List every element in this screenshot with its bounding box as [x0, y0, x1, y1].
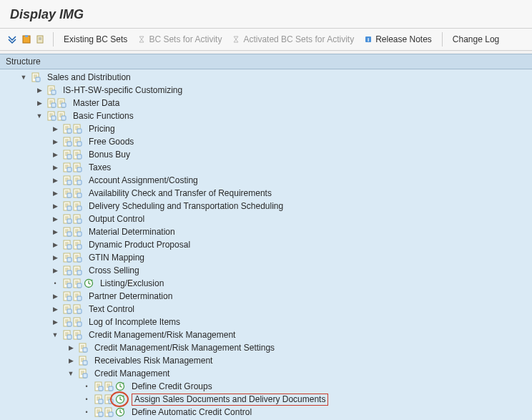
tree-row[interactable]: ▶Credit Management/Risk Management Setti… — [0, 341, 532, 354]
document-icon[interactable] — [72, 278, 82, 288]
document-icon[interactable] — [62, 124, 72, 134]
tree-row[interactable]: ▼Credit Management/Risk Management — [0, 328, 532, 341]
collapse-toggle[interactable]: ▼ — [19, 72, 29, 82]
document-icon[interactable] — [72, 137, 82, 147]
document-icon[interactable] — [104, 407, 114, 417]
bc-sets-activity-button[interactable]: BC Sets for Activity — [133, 33, 226, 46]
document-icon[interactable] — [72, 162, 82, 172]
document-icon[interactable] — [62, 240, 72, 250]
document-icon[interactable] — [104, 394, 114, 404]
document-icon[interactable] — [72, 317, 82, 327]
change-log-button[interactable]: Change Log — [448, 33, 503, 46]
tree-row[interactable]: ▶Text Control — [0, 303, 532, 316]
tree-row[interactable]: ▼Sales and Distribution — [0, 71, 532, 84]
expand-toggle[interactable]: ▶ — [66, 343, 76, 353]
activity-clock-icon[interactable] — [84, 278, 94, 288]
tree-row[interactable]: ▶Free Goods — [0, 135, 532, 148]
document-icon[interactable] — [62, 253, 72, 263]
tree-row[interactable]: ▶Bonus Buy — [0, 148, 532, 161]
node-label[interactable]: Basic Functions — [73, 111, 134, 121]
document-icon[interactable] — [78, 356, 88, 366]
expand-toggle[interactable]: ▶ — [50, 188, 60, 198]
document-icon[interactable] — [62, 214, 72, 224]
node-label[interactable]: Master Data — [73, 98, 119, 108]
document-icon[interactable] — [72, 201, 82, 211]
expand-toggle[interactable]: ▶ — [34, 85, 44, 95]
activated-bc-sets-button[interactable]: Activated BC Sets for Activity — [227, 33, 358, 46]
tree-row[interactable]: ▶Delivery Scheduling and Transportation … — [0, 200, 532, 213]
tree-row[interactable]: ▶Log of Incomplete Items — [0, 316, 532, 328]
document-icon[interactable] — [56, 111, 66, 121]
tree-row[interactable]: ▶Availability Check and Transfer of Requ… — [0, 187, 532, 200]
node-label[interactable]: Cross Selling — [89, 265, 139, 275]
collapse-toggle[interactable]: ▼ — [66, 368, 76, 379]
document-icon[interactable] — [62, 304, 72, 314]
document-icon[interactable] — [72, 253, 82, 263]
activity-clock-icon[interactable] — [115, 407, 125, 417]
document-icon[interactable] — [72, 227, 82, 237]
tree-row[interactable]: ▼Basic Functions — [0, 109, 532, 122]
document-icon[interactable] — [46, 85, 56, 95]
document-icon[interactable] — [94, 394, 104, 404]
document-icon[interactable] — [62, 330, 72, 340]
activity-clock-icon[interactable] — [115, 394, 125, 404]
expand-toggle[interactable]: ▶ — [50, 253, 60, 263]
node-label[interactable]: Credit Management/Risk Management Settin… — [94, 343, 275, 353]
node-label[interactable]: Credit Management — [94, 368, 169, 379]
node-label[interactable]: Free Goods — [89, 137, 134, 147]
tree-row[interactable]: ▶Pricing — [0, 122, 532, 135]
node-label[interactable]: Availability Check and Transfer of Requi… — [89, 188, 272, 198]
expand-toggle[interactable]: ▶ — [50, 137, 60, 147]
collapse-toggle[interactable]: ▼ — [50, 330, 60, 340]
expand-toggle[interactable]: ▶ — [50, 227, 60, 237]
document-icon[interactable] — [56, 98, 66, 108]
node-label[interactable]: IS-HT-SW-specific Customizing — [63, 85, 182, 95]
node-label[interactable]: Account Assignment/Costing — [89, 175, 198, 185]
document-icon[interactable] — [62, 150, 72, 160]
document-icon[interactable] — [62, 265, 72, 275]
tree-row[interactable]: ▶IS-HT-SW-specific Customizing — [0, 84, 532, 97]
release-notes-button[interactable]: i Release Notes — [360, 33, 436, 46]
document-icon[interactable] — [72, 188, 82, 198]
document-icon[interactable] — [94, 381, 104, 391]
node-label[interactable]: Sales and Distribution — [47, 72, 131, 82]
document-icon[interactable] — [94, 407, 104, 417]
document-icon[interactable] — [78, 343, 88, 353]
document-icon[interactable] — [72, 124, 82, 134]
expand-toggle[interactable]: ▶ — [66, 356, 76, 366]
node-label[interactable]: Output Control — [89, 214, 144, 224]
document-icon[interactable] — [46, 98, 56, 108]
expand-toggle[interactable]: ▶ — [50, 265, 60, 275]
node-label[interactable]: Listing/Exclusion — [100, 278, 164, 288]
tree-row[interactable]: ▶GTIN Mapping — [0, 251, 532, 264]
node-label[interactable]: Assign Sales Documents and Delivery Docu… — [132, 394, 328, 406]
tree-row[interactable]: ▶Receivables Risk Management — [0, 354, 532, 367]
document-icon[interactable] — [62, 278, 72, 288]
tree-row[interactable]: ▶Material Determination — [0, 225, 532, 238]
node-label[interactable]: Define Automatic Credit Control — [132, 407, 252, 417]
expand-toggle[interactable]: ▶ — [50, 150, 60, 160]
node-label[interactable]: Pricing — [89, 124, 115, 134]
document-icon[interactable] — [62, 317, 72, 327]
collapse-toggle[interactable]: ▼ — [34, 111, 44, 121]
expand-toggle[interactable]: ▶ — [50, 304, 60, 314]
expand-toggle[interactable]: ▶ — [50, 317, 60, 327]
expand-toggle[interactable]: ▶ — [34, 98, 44, 108]
node-label[interactable]: Receivables Risk Management — [94, 356, 212, 366]
document-icon[interactable] — [46, 111, 56, 121]
node-label[interactable]: Delivery Scheduling and Transportation S… — [89, 201, 283, 211]
tree-row[interactable]: •Listing/Exclusion — [0, 277, 532, 290]
document-icon[interactable] — [72, 150, 82, 160]
document-icon[interactable] — [62, 227, 72, 237]
document-icon[interactable] — [104, 381, 114, 391]
document-icon[interactable] — [72, 291, 82, 301]
node-label[interactable]: Material Determination — [89, 227, 175, 237]
tree-row[interactable]: ▶Master Data — [0, 97, 532, 109]
node-label[interactable]: Bonus Buy — [89, 150, 130, 160]
tree-row[interactable]: ▶Account Assignment/Costing — [0, 174, 532, 187]
document-icon[interactable] — [31, 72, 41, 82]
document-icon[interactable] — [78, 368, 88, 379]
node-label[interactable]: Credit Management/Risk Management — [89, 330, 235, 340]
tree-row[interactable]: ▶Cross Selling — [0, 264, 532, 277]
tree-row[interactable]: ▶Dynamic Product Proposal — [0, 238, 532, 251]
